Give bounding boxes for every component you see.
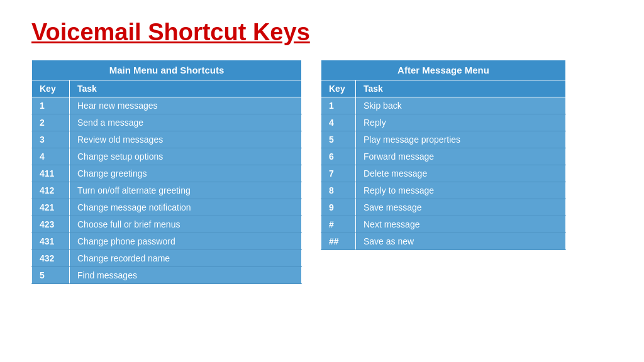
left-table-row: 432Change recorded name <box>32 250 302 267</box>
right-row-key: 6 <box>321 148 356 165</box>
left-row-key: 431 <box>32 233 70 250</box>
right-table-header: After Message Menu <box>321 60 566 80</box>
left-row-task: Change message notification <box>70 199 302 216</box>
right-table-row: 4Reply <box>321 114 566 131</box>
right-row-task: Forward message <box>356 148 566 165</box>
left-row-key: 411 <box>32 165 70 182</box>
left-col-task-header: Task <box>70 80 302 97</box>
right-row-task: Next message <box>356 216 566 233</box>
right-table-row: 7Delete message <box>321 165 566 182</box>
left-row-key: 4 <box>32 148 70 165</box>
left-row-task: Send a message <box>70 114 302 131</box>
right-table-row: ##Save as new <box>321 233 566 250</box>
right-table-row: 1Skip back <box>321 97 566 114</box>
left-row-task: Change recorded name <box>70 250 302 267</box>
left-table-row: 3Review old messages <box>32 131 302 148</box>
left-row-task: Change greetings <box>70 165 302 182</box>
right-row-key: 5 <box>321 131 356 148</box>
left-row-task: Find messages <box>70 267 302 284</box>
page-title: Voicemail Shortcut Keys <box>31 19 613 46</box>
left-row-key: 432 <box>32 250 70 267</box>
left-table: Main Menu and Shortcuts Key Task 1Hear n… <box>31 60 302 284</box>
left-table-row: 1Hear new messages <box>32 97 302 114</box>
right-row-key: 4 <box>321 114 356 131</box>
left-table-row: 4Change setup options <box>32 148 302 165</box>
right-row-key: # <box>321 216 356 233</box>
right-row-key: 9 <box>321 199 356 216</box>
left-row-key: 2 <box>32 114 70 131</box>
left-table-header-row: Main Menu and Shortcuts <box>32 60 302 80</box>
left-table-header: Main Menu and Shortcuts <box>32 60 302 80</box>
right-row-key: 7 <box>321 165 356 182</box>
right-row-key: ## <box>321 233 356 250</box>
left-row-key: 5 <box>32 267 70 284</box>
right-table-col-header: Key Task <box>321 80 566 97</box>
right-row-task: Save message <box>356 199 566 216</box>
left-table-col-header: Key Task <box>32 80 302 97</box>
left-row-task: Change setup options <box>70 148 302 165</box>
left-row-key: 1 <box>32 97 70 114</box>
left-table-row: 2Send a message <box>32 114 302 131</box>
left-table-row: 431Change phone password <box>32 233 302 250</box>
left-table-row: 412Turn on/off alternate greeting <box>32 182 302 199</box>
right-table-row: 8Reply to message <box>321 182 566 199</box>
right-table: After Message Menu Key Task 1Skip back4R… <box>321 60 566 250</box>
left-row-task: Hear new messages <box>70 97 302 114</box>
right-row-task: Reply to message <box>356 182 566 199</box>
right-col-task-header: Task <box>356 80 566 97</box>
left-table-row: 411Change greetings <box>32 165 302 182</box>
left-row-task: Turn on/off alternate greeting <box>70 182 302 199</box>
right-row-task: Save as new <box>356 233 566 250</box>
left-row-key: 3 <box>32 131 70 148</box>
right-table-row: 6Forward message <box>321 148 566 165</box>
tables-container: Main Menu and Shortcuts Key Task 1Hear n… <box>31 60 613 284</box>
left-row-key: 421 <box>32 199 70 216</box>
right-table-header-row: After Message Menu <box>321 60 566 80</box>
left-row-key: 412 <box>32 182 70 199</box>
left-row-task: Change phone password <box>70 233 302 250</box>
right-row-task: Play message properties <box>356 131 566 148</box>
left-row-task: Review old messages <box>70 131 302 148</box>
right-row-key: 1 <box>321 97 356 114</box>
left-table-row: 423Choose full or brief menus <box>32 216 302 233</box>
left-row-task: Choose full or brief menus <box>70 216 302 233</box>
right-col-key-header: Key <box>321 80 356 97</box>
right-row-key: 8 <box>321 182 356 199</box>
left-table-row: 5Find messages <box>32 267 302 284</box>
right-table-row: #Next message <box>321 216 566 233</box>
right-table-row: 9Save message <box>321 199 566 216</box>
left-col-key-header: Key <box>32 80 70 97</box>
left-row-key: 423 <box>32 216 70 233</box>
right-row-task: Skip back <box>356 97 566 114</box>
right-row-task: Delete message <box>356 165 566 182</box>
right-row-task: Reply <box>356 114 566 131</box>
left-table-row: 421Change message notification <box>32 199 302 216</box>
right-table-row: 5Play message properties <box>321 131 566 148</box>
